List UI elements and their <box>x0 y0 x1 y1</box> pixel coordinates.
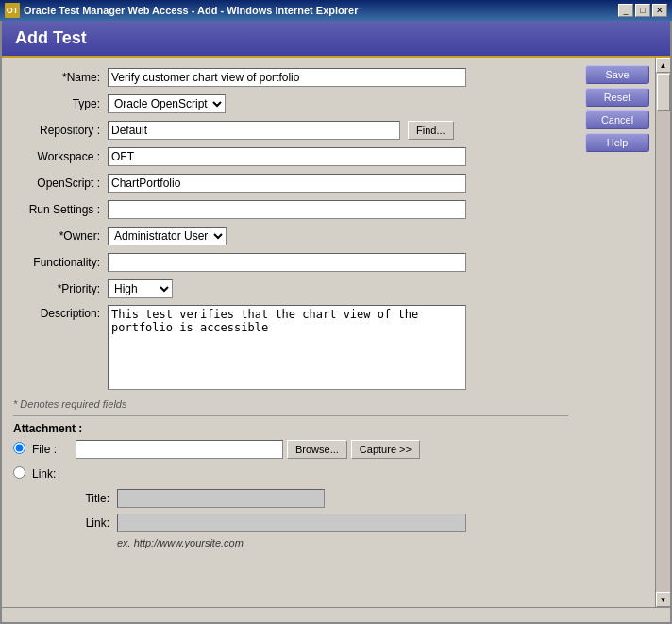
button-panel: Save Reset Cancel Help <box>580 58 655 607</box>
workspace-label: Workspace : <box>13 150 108 163</box>
run-settings-label: Run Settings : <box>13 203 108 216</box>
required-note: * Denotes required fields <box>13 398 568 410</box>
workspace-row: Workspace : <box>13 146 568 167</box>
file-radio[interactable] <box>13 442 25 454</box>
titlebar-title-group: OT Oracle Test Manager Web Access - Add … <box>5 3 358 18</box>
workspace-input[interactable] <box>108 147 466 166</box>
help-button[interactable]: Help <box>585 133 649 152</box>
file-radio-row: File : Browse... Capture >> <box>13 439 568 460</box>
save-button[interactable]: Save <box>585 65 649 84</box>
priority-label: *Priority: <box>13 282 108 295</box>
example-text: ex. http://www.yoursite.com <box>117 537 568 548</box>
attachment-section-label: Attachment : <box>13 422 568 435</box>
link-sub-row: Link: <box>13 513 568 533</box>
window-title: Oracle Test Manager Web Access - Add - W… <box>24 5 358 16</box>
link-radio-indent <box>13 466 32 481</box>
maximize-button[interactable]: □ <box>635 4 650 17</box>
link-radio-label: Link: <box>32 467 76 481</box>
window-body: Add Test *Name: Type: Oracle OpenScript … <box>0 21 672 624</box>
link-radio[interactable] <box>13 466 25 479</box>
file-input-area: Browse... Capture >> <box>76 440 420 459</box>
description-label: Description: <box>13 305 108 320</box>
description-textarea[interactable]: This test verifies that the chart view o… <box>108 305 466 390</box>
title-field[interactable] <box>117 489 325 508</box>
window-icon: OT <box>5 3 20 18</box>
titlebar: OT Oracle Test Manager Web Access - Add … <box>0 0 672 21</box>
functionality-label: Functionality: <box>13 256 108 269</box>
file-field[interactable] <box>76 440 283 459</box>
repository-control: Find... <box>108 121 454 140</box>
description-control: This test verifies that the chart view o… <box>108 305 466 393</box>
find-button[interactable]: Find... <box>408 121 454 140</box>
main-content: *Name: Type: Oracle OpenScript Manual JU… <box>2 58 580 607</box>
functionality-row: Functionality: <box>13 252 568 273</box>
name-input[interactable] <box>108 68 466 87</box>
cancel-button[interactable]: Cancel <box>585 110 649 129</box>
minimize-button[interactable]: _ <box>618 4 633 17</box>
page-header: Add Test <box>2 21 670 58</box>
scroll-down-button[interactable]: ▼ <box>656 592 671 607</box>
priority-control: High Medium Low <box>108 279 173 298</box>
owner-row: *Owner: Administrator User Guest User <box>13 226 568 246</box>
repository-input[interactable] <box>108 121 400 140</box>
openscript-label: OpenScript : <box>13 177 108 190</box>
workspace-control <box>108 147 466 166</box>
scroll-up-button[interactable]: ▲ <box>656 58 671 73</box>
priority-row: *Priority: High Medium Low <box>13 278 568 299</box>
description-row: Description: This test verifies that the… <box>13 305 568 393</box>
link-radio-row: Link: <box>13 464 568 484</box>
title-sub-label: Title: <box>32 492 117 505</box>
radio-indent <box>13 442 32 457</box>
browse-button[interactable]: Browse... <box>287 440 347 459</box>
repository-row: Repository : Find... <box>13 120 568 141</box>
type-row: Type: Oracle OpenScript Manual JUnit <box>13 93 568 114</box>
type-select[interactable]: Oracle OpenScript Manual JUnit <box>108 94 226 113</box>
close-button[interactable]: ✕ <box>652 4 667 17</box>
owner-control: Administrator User Guest User <box>108 227 227 245</box>
scroll-track[interactable] <box>656 73 670 592</box>
functionality-control <box>108 253 466 272</box>
title-sub-row: Title: <box>13 488 568 509</box>
openscript-input[interactable] <box>108 174 466 193</box>
name-row: *Name: <box>13 67 568 88</box>
section-divider <box>13 415 568 416</box>
priority-select[interactable]: High Medium Low <box>108 279 173 298</box>
scroll-thumb[interactable] <box>657 74 670 111</box>
run-settings-row: Run Settings : <box>13 199 568 220</box>
page-title: Add Test <box>15 28 87 47</box>
link-field[interactable] <box>117 514 466 532</box>
name-label: *Name: <box>13 71 108 84</box>
owner-select[interactable]: Administrator User Guest User <box>108 227 227 245</box>
reset-button[interactable]: Reset <box>585 88 649 107</box>
titlebar-controls[interactable]: _ □ ✕ <box>618 4 667 17</box>
link-sub-label: Link: <box>32 516 117 530</box>
owner-label: *Owner: <box>13 229 108 243</box>
type-label: Type: <box>13 97 108 110</box>
functionality-input[interactable] <box>108 253 466 272</box>
capture-button[interactable]: Capture >> <box>351 440 420 459</box>
run-settings-control <box>108 200 466 219</box>
openscript-row: OpenScript : <box>13 173 568 194</box>
file-radio-label: File : <box>32 443 76 456</box>
status-bar <box>2 607 670 622</box>
content-area: *Name: Type: Oracle OpenScript Manual JU… <box>2 58 670 607</box>
scrollbar[interactable]: ▲ ▼ <box>655 58 670 607</box>
repository-label: Repository : <box>13 124 108 137</box>
type-control: Oracle OpenScript Manual JUnit <box>108 94 466 113</box>
run-settings-input[interactable] <box>108 200 466 219</box>
name-control <box>108 68 466 87</box>
openscript-control <box>108 174 466 193</box>
